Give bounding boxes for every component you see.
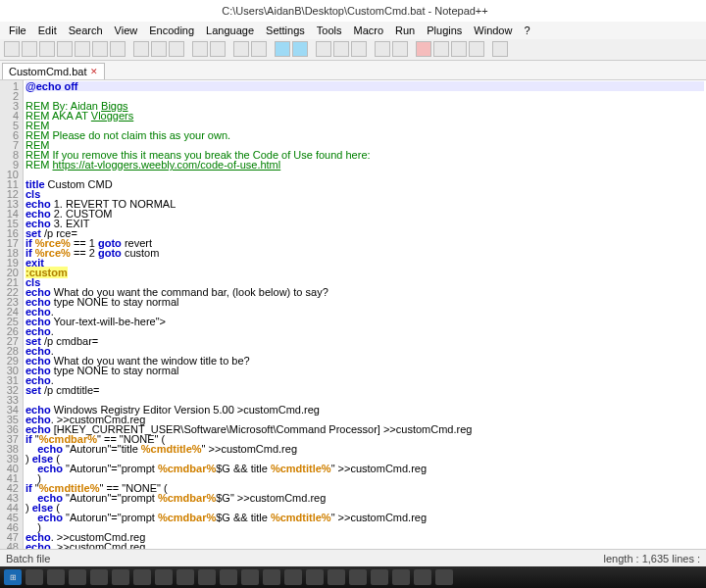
code-line[interactable]: @echo off <box>25 81 704 91</box>
code-line[interactable]: title Custom CMD <box>25 179 704 189</box>
code-line[interactable]: echo 1. REVERT TO NORMAL <box>25 199 704 209</box>
tabbar: CustomCmd.bat ✕ <box>0 61 706 80</box>
zoom-out-button[interactable] <box>292 41 308 57</box>
menu-view[interactable]: View <box>110 24 143 37</box>
menu-run[interactable]: Run <box>390 24 420 37</box>
menu-search[interactable]: Search <box>64 24 108 37</box>
start-icon[interactable]: ⊞ <box>4 569 22 585</box>
menu-window[interactable]: Window <box>469 24 517 37</box>
code-line[interactable]: echo type NONE to stay normal <box>25 297 704 307</box>
menu-plugins[interactable]: Plugins <box>422 24 467 37</box>
code-line[interactable]: REM AKA AT Vloggers <box>25 111 704 121</box>
np-icon[interactable] <box>176 569 194 585</box>
undo-button[interactable] <box>192 41 208 57</box>
code-line[interactable]: REM Please do not claim this as your own… <box>25 130 704 140</box>
file-tab[interactable]: CustomCmd.bat ✕ <box>2 63 105 79</box>
task-icon[interactable] <box>349 569 367 585</box>
st-icon[interactable] <box>198 569 216 585</box>
unfold-button[interactable] <box>392 41 408 57</box>
stop-button[interactable] <box>451 41 467 57</box>
replace-button[interactable] <box>251 41 267 57</box>
toolbar <box>0 39 706 61</box>
code-line[interactable]: REM https://at-vloggers.weebly.com/code-… <box>25 160 704 170</box>
new-button[interactable] <box>4 41 20 57</box>
on-icon[interactable] <box>241 569 259 585</box>
code-line[interactable]: echo "Autorun"="title %cmdtitle%" >>cust… <box>25 444 704 454</box>
menu-tools[interactable]: Tools <box>312 24 347 37</box>
close-button[interactable] <box>75 41 90 57</box>
cut-button[interactable] <box>133 41 149 57</box>
task-icon[interactable] <box>414 569 431 585</box>
task-icon[interactable] <box>392 569 410 585</box>
task-icon[interactable] <box>328 569 345 585</box>
task-icon[interactable] <box>435 569 453 585</box>
menu-file[interactable]: File <box>4 24 31 37</box>
chrome-icon[interactable] <box>90 569 108 585</box>
menu-encoding[interactable]: Encoding <box>144 24 199 37</box>
zoom-in-button[interactable] <box>275 41 290 57</box>
search-icon[interactable] <box>25 569 43 585</box>
code-line[interactable]: echo. <box>25 326 704 336</box>
open-button[interactable] <box>22 41 37 57</box>
editor[interactable]: 1234567891011121314151617181920212223242… <box>0 80 706 565</box>
code-line[interactable]: echo. <box>25 375 704 385</box>
ol-icon[interactable] <box>263 569 280 585</box>
code-line[interactable]: :custom <box>25 268 704 277</box>
show-all-button[interactable] <box>333 41 349 57</box>
status-length: length : 1,635 lines : <box>604 553 700 564</box>
code-line[interactable]: echo 2. CUSTOM <box>25 209 704 219</box>
statusbar: Batch file length : 1,635 lines : <box>0 549 706 566</box>
print-button[interactable] <box>110 41 126 57</box>
menu-settings[interactable]: Settings <box>261 24 310 37</box>
save-button[interactable] <box>39 41 55 57</box>
menu-?[interactable]: ? <box>519 24 534 37</box>
edge-icon[interactable] <box>69 569 86 585</box>
explorer-icon[interactable] <box>47 569 65 585</box>
menu-macro[interactable]: Macro <box>348 24 388 37</box>
status-lang: Batch file <box>6 553 50 564</box>
code-line[interactable]: echo type NONE to stay normal <box>25 366 704 375</box>
code-line[interactable]: if %rce% == 2 goto custom <box>25 248 704 258</box>
titlebar: C:\Users\AidanB\Desktop\CustomCmd.bat - … <box>0 0 706 22</box>
fold-button[interactable] <box>375 41 390 57</box>
menubar: FileEditSearchViewEncodingLanguageSettin… <box>0 22 706 39</box>
run-button[interactable] <box>492 41 508 57</box>
code-line[interactable]: exit <box>25 258 704 268</box>
saveall-button[interactable] <box>57 41 73 57</box>
code-line[interactable]: echo "Autorun"="prompt %cmdbar%$G && tit… <box>25 513 704 522</box>
indent-button[interactable] <box>351 41 367 57</box>
close-icon[interactable]: ✕ <box>90 67 98 76</box>
find-button[interactable] <box>233 41 249 57</box>
xl-icon[interactable] <box>220 569 237 585</box>
code-line[interactable]: set /p cmdbar= <box>25 336 704 346</box>
task-icon[interactable] <box>371 569 388 585</box>
menu-language[interactable]: Language <box>201 24 259 37</box>
wrap-button[interactable] <box>316 41 331 57</box>
pr-icon[interactable] <box>306 569 324 585</box>
play-button[interactable] <box>433 41 449 57</box>
rec-button[interactable] <box>416 41 431 57</box>
code-line[interactable]: echo "Autorun"="prompt %cmdbar%$G && tit… <box>25 464 704 473</box>
line-gutter: 1234567891011121314151617181920212223242… <box>0 80 24 565</box>
paste-button[interactable] <box>169 41 184 57</box>
menu-edit[interactable]: Edit <box>33 24 62 37</box>
copy-button[interactable] <box>151 41 167 57</box>
mail-icon[interactable] <box>133 569 151 585</box>
code-line[interactable]: set /p cmdtitle= <box>25 385 704 395</box>
window-title: C:\Users\AidanB\Desktop\CustomCmd.bat - … <box>4 5 706 17</box>
code-line[interactable] <box>25 170 704 179</box>
code-line[interactable]: echo "Autorun"="prompt %cmdbar%$G" >>cus… <box>25 493 704 503</box>
playm-button[interactable] <box>469 41 484 57</box>
calc-icon[interactable] <box>155 569 173 585</box>
wd-icon[interactable] <box>284 569 302 585</box>
taskbar: ⊞ <box>0 566 706 588</box>
redo-button[interactable] <box>210 41 226 57</box>
store-icon[interactable] <box>112 569 129 585</box>
code-area[interactable]: @echo offREM By: Aidan BiggsREM AKA AT V… <box>24 80 706 565</box>
code-line[interactable]: echo Your-text-will-be-here"> <box>25 317 704 326</box>
closeall-button[interactable] <box>92 41 108 57</box>
code-line[interactable]: echo 3. EXIT <box>25 219 704 228</box>
tab-label: CustomCmd.bat <box>9 66 86 77</box>
